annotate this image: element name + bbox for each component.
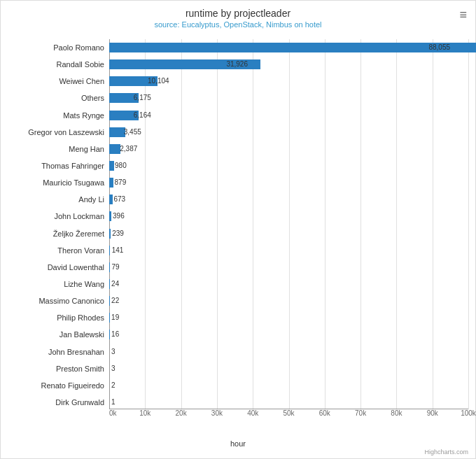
bar-label: Željko Žeremet xyxy=(4,230,104,239)
bar-value: 6,175 xyxy=(134,94,151,101)
bar-label: Renato Figueiredo xyxy=(4,381,104,390)
bar xyxy=(109,178,113,188)
menu-icon[interactable]: ≡ xyxy=(459,8,467,22)
bar-value: 88,055 xyxy=(428,43,450,51)
x-axis-title: hour xyxy=(1,439,475,448)
bar-value: 3,455 xyxy=(124,128,141,136)
bar-value: 22 xyxy=(111,297,119,304)
highcharts-credit: Highcharts.com xyxy=(424,449,468,456)
bar-value: 1 xyxy=(111,398,115,406)
bar xyxy=(109,262,110,272)
bar xyxy=(109,211,111,221)
bar-value: 396 xyxy=(113,212,125,220)
bar-label: Thomas Fahringer xyxy=(4,162,104,171)
bar-value: 239 xyxy=(112,230,124,237)
bar xyxy=(109,246,110,255)
bar-label: Weiwei Chen xyxy=(4,77,104,86)
bar xyxy=(109,195,113,204)
bar-label: John Bresnahan xyxy=(4,348,104,357)
bar-value: 10,104 xyxy=(148,77,169,85)
chart-container: runtime by projectleader source: Eucalyp… xyxy=(0,0,476,459)
bar xyxy=(109,161,114,171)
bar-value: 879 xyxy=(115,178,127,186)
bar-label: Paolo Romano xyxy=(4,43,104,52)
chart-title: runtime by projectleader xyxy=(1,1,475,19)
bar-label: Randall Sobie xyxy=(4,60,104,69)
bar-value: 16 xyxy=(111,330,119,338)
bar-label: Massimo Canonico xyxy=(4,297,104,306)
bar-label: Dirk Grunwald xyxy=(4,398,104,407)
bar-label: Preston Smith xyxy=(4,365,104,374)
bar-value: 673 xyxy=(113,195,125,203)
bar-value: 141 xyxy=(112,246,124,254)
bar-label: Andy Li xyxy=(4,195,104,204)
bar-value: 980 xyxy=(115,162,127,169)
bar-label: Jan Balewski xyxy=(4,330,104,339)
bar-label: Lizhe Wang xyxy=(4,280,104,289)
bar-value: 3 xyxy=(111,348,115,355)
bar-value: 6,164 xyxy=(134,111,151,119)
grid-lines xyxy=(109,39,468,409)
bar xyxy=(109,229,111,239)
chart-subtitle: source: Eucalyptus, OpenStack, Nimbus on… xyxy=(1,20,475,29)
bar-value: 79 xyxy=(111,263,119,271)
bar xyxy=(109,43,476,52)
bar-label: Mats Rynge xyxy=(4,111,104,120)
bar-label: John Lockman xyxy=(4,212,104,221)
bar-label: Meng Han xyxy=(4,145,104,154)
bar-label: Theron Voran xyxy=(4,246,104,255)
bar-value: 31,926 xyxy=(226,60,248,68)
bar-label: Philip Rhodes xyxy=(4,313,104,323)
bar-label: David Lowenthal xyxy=(4,263,104,272)
bar-value: 2,387 xyxy=(120,145,137,153)
bar xyxy=(109,144,120,154)
bar-value: 24 xyxy=(111,280,119,288)
bar-label: Mauricio Tsugawa xyxy=(4,178,104,188)
bar-value: 19 xyxy=(111,313,119,321)
bar-value: 2 xyxy=(111,381,115,389)
bar-label: Gregor von Laszewski xyxy=(4,128,104,137)
bar-value: 3 xyxy=(111,365,115,372)
bar-label: Others xyxy=(4,94,104,103)
